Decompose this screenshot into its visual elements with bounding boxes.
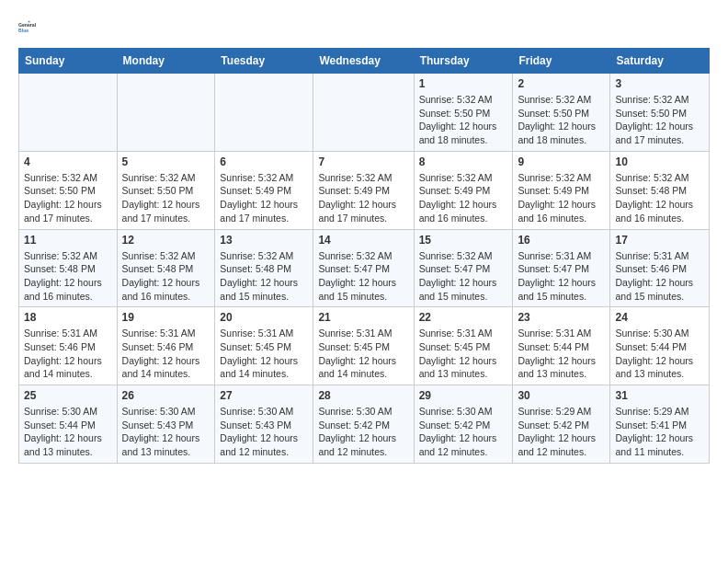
day-info: Sunrise: 5:29 AM Sunset: 5:41 PM Dayligh… xyxy=(615,405,704,459)
day-number: 18 xyxy=(24,311,112,324)
day-number: 17 xyxy=(615,234,704,247)
day-info: Sunrise: 5:32 AM Sunset: 5:50 PM Dayligh… xyxy=(518,93,605,147)
calendar-cell: 20Sunrise: 5:31 AM Sunset: 5:45 PM Dayli… xyxy=(215,307,313,385)
calendar-cell xyxy=(117,74,215,152)
day-number: 16 xyxy=(518,234,605,247)
day-number: 15 xyxy=(419,234,508,247)
day-number: 24 xyxy=(615,311,704,324)
day-info: Sunrise: 5:31 AM Sunset: 5:45 PM Dayligh… xyxy=(419,327,508,381)
calendar-cell: 13Sunrise: 5:32 AM Sunset: 5:48 PM Dayli… xyxy=(215,229,313,307)
day-info: Sunrise: 5:32 AM Sunset: 5:48 PM Dayligh… xyxy=(615,171,704,225)
calendar-table: SundayMondayTuesdayWednesdayThursdayFrid… xyxy=(18,48,710,464)
calendar-cell: 31Sunrise: 5:29 AM Sunset: 5:41 PM Dayli… xyxy=(610,385,710,464)
calendar-header-row: SundayMondayTuesdayWednesdayThursdayFrid… xyxy=(19,49,710,74)
day-number: 4 xyxy=(24,155,112,168)
day-number: 27 xyxy=(220,389,308,402)
calendar-cell: 2Sunrise: 5:32 AM Sunset: 5:50 PM Daylig… xyxy=(513,74,610,152)
day-number: 25 xyxy=(24,389,112,402)
calendar-cell: 18Sunrise: 5:31 AM Sunset: 5:46 PM Dayli… xyxy=(19,307,118,385)
calendar-cell: 24Sunrise: 5:30 AM Sunset: 5:44 PM Dayli… xyxy=(610,307,710,385)
day-number: 20 xyxy=(220,311,308,324)
calendar-cell: 3Sunrise: 5:32 AM Sunset: 5:50 PM Daylig… xyxy=(610,74,710,152)
day-number: 13 xyxy=(220,234,308,247)
day-info: Sunrise: 5:32 AM Sunset: 5:50 PM Dayligh… xyxy=(122,171,210,225)
calendar-cell: 28Sunrise: 5:30 AM Sunset: 5:42 PM Dayli… xyxy=(313,385,414,464)
day-info: Sunrise: 5:32 AM Sunset: 5:47 PM Dayligh… xyxy=(419,249,508,304)
calendar-cell: 6Sunrise: 5:32 AM Sunset: 5:49 PM Daylig… xyxy=(215,151,313,229)
header-day-thursday: Thursday xyxy=(414,49,513,74)
day-info: Sunrise: 5:30 AM Sunset: 5:43 PM Dayligh… xyxy=(220,405,308,459)
day-info: Sunrise: 5:30 AM Sunset: 5:42 PM Dayligh… xyxy=(419,405,508,459)
day-info: Sunrise: 5:31 AM Sunset: 5:46 PM Dayligh… xyxy=(122,327,210,381)
day-info: Sunrise: 5:31 AM Sunset: 5:46 PM Dayligh… xyxy=(24,327,112,381)
calendar-cell: 26Sunrise: 5:30 AM Sunset: 5:43 PM Dayli… xyxy=(117,385,215,464)
week-row-2: 4Sunrise: 5:32 AM Sunset: 5:50 PM Daylig… xyxy=(19,151,710,229)
svg-marker-2 xyxy=(28,20,30,22)
day-info: Sunrise: 5:29 AM Sunset: 5:42 PM Dayligh… xyxy=(518,405,605,459)
day-number: 19 xyxy=(122,311,210,324)
calendar-cell: 1Sunrise: 5:32 AM Sunset: 5:50 PM Daylig… xyxy=(414,74,513,152)
day-number: 8 xyxy=(419,155,508,168)
calendar-cell: 10Sunrise: 5:32 AM Sunset: 5:48 PM Dayli… xyxy=(610,151,710,229)
day-number: 3 xyxy=(615,77,704,90)
calendar-cell: 22Sunrise: 5:31 AM Sunset: 5:45 PM Dayli… xyxy=(414,307,513,385)
day-info: Sunrise: 5:30 AM Sunset: 5:42 PM Dayligh… xyxy=(318,405,408,459)
calendar-cell: 15Sunrise: 5:32 AM Sunset: 5:47 PM Dayli… xyxy=(414,229,513,307)
header-day-wednesday: Wednesday xyxy=(313,49,414,74)
calendar-cell: 16Sunrise: 5:31 AM Sunset: 5:47 PM Dayli… xyxy=(513,229,610,307)
day-info: Sunrise: 5:30 AM Sunset: 5:43 PM Dayligh… xyxy=(122,405,210,459)
header-day-sunday: Sunday xyxy=(19,49,118,74)
header-day-friday: Friday xyxy=(513,49,610,74)
calendar-cell: 11Sunrise: 5:32 AM Sunset: 5:48 PM Dayli… xyxy=(19,229,118,307)
svg-text:General: General xyxy=(18,22,37,28)
day-info: Sunrise: 5:32 AM Sunset: 5:49 PM Dayligh… xyxy=(419,171,508,225)
calendar-cell: 19Sunrise: 5:31 AM Sunset: 5:46 PM Dayli… xyxy=(117,307,215,385)
day-info: Sunrise: 5:32 AM Sunset: 5:49 PM Dayligh… xyxy=(518,171,605,225)
calendar-cell: 8Sunrise: 5:32 AM Sunset: 5:49 PM Daylig… xyxy=(414,151,513,229)
svg-text:Blue: Blue xyxy=(18,28,28,33)
logo-icon: General Blue xyxy=(18,15,44,40)
day-info: Sunrise: 5:31 AM Sunset: 5:45 PM Dayligh… xyxy=(220,327,308,381)
calendar-cell: 9Sunrise: 5:32 AM Sunset: 5:49 PM Daylig… xyxy=(513,151,610,229)
day-info: Sunrise: 5:32 AM Sunset: 5:49 PM Dayligh… xyxy=(318,171,408,225)
header: General Blue xyxy=(18,15,710,40)
calendar-cell: 29Sunrise: 5:30 AM Sunset: 5:42 PM Dayli… xyxy=(414,385,513,464)
week-row-4: 18Sunrise: 5:31 AM Sunset: 5:46 PM Dayli… xyxy=(19,307,710,385)
day-info: Sunrise: 5:31 AM Sunset: 5:46 PM Dayligh… xyxy=(615,249,704,304)
calendar-cell xyxy=(215,74,313,152)
day-info: Sunrise: 5:32 AM Sunset: 5:50 PM Dayligh… xyxy=(419,93,508,147)
day-info: Sunrise: 5:32 AM Sunset: 5:48 PM Dayligh… xyxy=(122,249,210,304)
calendar-cell xyxy=(19,74,118,152)
day-info: Sunrise: 5:32 AM Sunset: 5:48 PM Dayligh… xyxy=(24,249,112,304)
calendar-cell: 30Sunrise: 5:29 AM Sunset: 5:42 PM Dayli… xyxy=(513,385,610,464)
logo: General Blue xyxy=(18,15,44,40)
day-number: 14 xyxy=(318,234,408,247)
day-number: 31 xyxy=(615,389,704,402)
header-day-saturday: Saturday xyxy=(610,49,710,74)
calendar-cell: 12Sunrise: 5:32 AM Sunset: 5:48 PM Dayli… xyxy=(117,229,215,307)
calendar-cell: 5Sunrise: 5:32 AM Sunset: 5:50 PM Daylig… xyxy=(117,151,215,229)
day-number: 21 xyxy=(318,311,408,324)
day-info: Sunrise: 5:30 AM Sunset: 5:44 PM Dayligh… xyxy=(615,327,704,381)
calendar-cell: 17Sunrise: 5:31 AM Sunset: 5:46 PM Dayli… xyxy=(610,229,710,307)
day-info: Sunrise: 5:32 AM Sunset: 5:50 PM Dayligh… xyxy=(615,93,704,147)
day-info: Sunrise: 5:31 AM Sunset: 5:47 PM Dayligh… xyxy=(518,249,605,304)
day-info: Sunrise: 5:32 AM Sunset: 5:50 PM Dayligh… xyxy=(24,171,112,225)
header-day-tuesday: Tuesday xyxy=(215,49,313,74)
header-day-monday: Monday xyxy=(117,49,215,74)
day-number: 26 xyxy=(122,389,210,402)
day-number: 12 xyxy=(122,234,210,247)
day-info: Sunrise: 5:32 AM Sunset: 5:49 PM Dayligh… xyxy=(220,171,308,225)
day-number: 11 xyxy=(24,234,112,247)
day-info: Sunrise: 5:32 AM Sunset: 5:48 PM Dayligh… xyxy=(220,249,308,304)
day-info: Sunrise: 5:31 AM Sunset: 5:45 PM Dayligh… xyxy=(318,327,408,381)
day-number: 23 xyxy=(518,311,605,324)
week-row-1: 1Sunrise: 5:32 AM Sunset: 5:50 PM Daylig… xyxy=(19,74,710,152)
week-row-3: 11Sunrise: 5:32 AM Sunset: 5:48 PM Dayli… xyxy=(19,229,710,307)
calendar-cell: 23Sunrise: 5:31 AM Sunset: 5:44 PM Dayli… xyxy=(513,307,610,385)
day-number: 5 xyxy=(122,155,210,168)
week-row-5: 25Sunrise: 5:30 AM Sunset: 5:44 PM Dayli… xyxy=(19,385,710,464)
day-info: Sunrise: 5:32 AM Sunset: 5:47 PM Dayligh… xyxy=(318,249,408,304)
day-number: 29 xyxy=(419,389,508,402)
day-number: 1 xyxy=(419,77,508,90)
